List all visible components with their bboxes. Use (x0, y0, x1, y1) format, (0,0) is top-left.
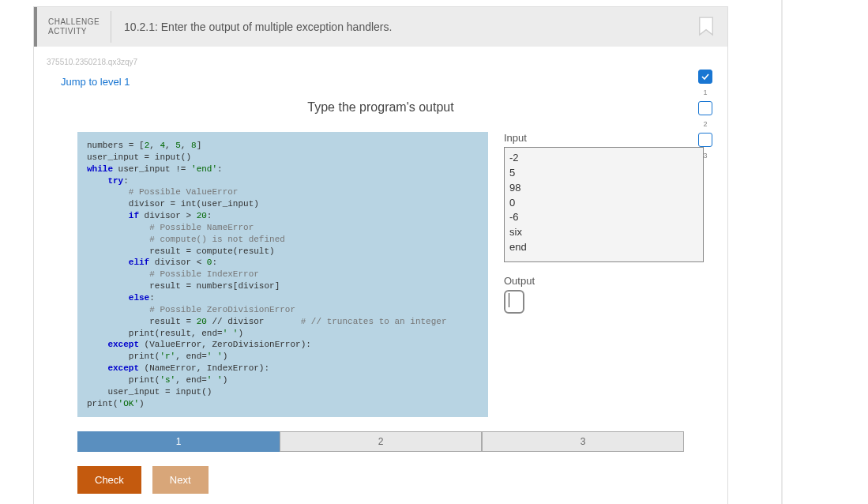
code-text: numbers = [ (87, 141, 145, 150)
text-cursor-icon (509, 293, 509, 307)
output-input[interactable] (504, 290, 524, 314)
level-step-2[interactable] (698, 101, 712, 115)
level-step-1[interactable] (698, 70, 712, 84)
activity-id: 375510.2350218.qx3zqy7 (47, 58, 727, 66)
divider-rail (781, 0, 783, 504)
input-line: six (509, 225, 698, 240)
instruction-text: Type the program's output (34, 100, 727, 115)
input-line: -2 (509, 151, 698, 166)
level-num-3: 3 (703, 152, 707, 160)
progress-bar: 1 2 3 (77, 431, 684, 452)
check-icon (701, 73, 709, 81)
content-row: numbers = [2, 4, 5, 8] user_input = inpu… (34, 132, 727, 425)
bookmark-icon[interactable] (697, 17, 715, 37)
challenge-title: 10.2.1: Enter the output of multiple exc… (111, 21, 392, 33)
level-num-2: 2 (703, 120, 707, 128)
challenge-label: CHALLENGE ACTIVITY (37, 11, 111, 43)
input-label: Input (504, 132, 704, 144)
input-line: -6 (509, 210, 698, 225)
progress-step-2[interactable]: 2 (280, 431, 482, 452)
next-button[interactable]: Next (152, 466, 209, 494)
level-step-3[interactable] (698, 133, 712, 147)
input-line: 98 (509, 181, 698, 196)
label-line1: CHALLENGE (48, 17, 100, 27)
io-column: Input -2 5 98 0 -6 six end Output (504, 132, 704, 417)
input-line: end (509, 240, 698, 255)
level-num-1: 1 (703, 88, 707, 96)
jump-to-level-link[interactable]: Jump to level 1 (34, 71, 727, 100)
progress-step-1[interactable]: 1 (77, 431, 280, 452)
progress-step-3[interactable]: 3 (482, 431, 684, 452)
buttons-row: Check Next (34, 466, 727, 504)
check-button[interactable]: Check (77, 466, 141, 494)
main-panel: CHALLENGE ACTIVITY 10.2.1: Enter the out… (33, 6, 728, 504)
label-line2: ACTIVITY (48, 27, 100, 36)
code-block: numbers = [2, 4, 5, 8] user_input = inpu… (77, 132, 488, 417)
level-stepper: 1 2 3 (698, 70, 712, 160)
output-label: Output (504, 275, 704, 287)
input-box: -2 5 98 0 -6 six end (504, 147, 704, 262)
input-line: 0 (509, 196, 698, 211)
challenge-header: CHALLENGE ACTIVITY 10.2.1: Enter the out… (34, 7, 727, 47)
input-line: 5 (509, 166, 698, 181)
